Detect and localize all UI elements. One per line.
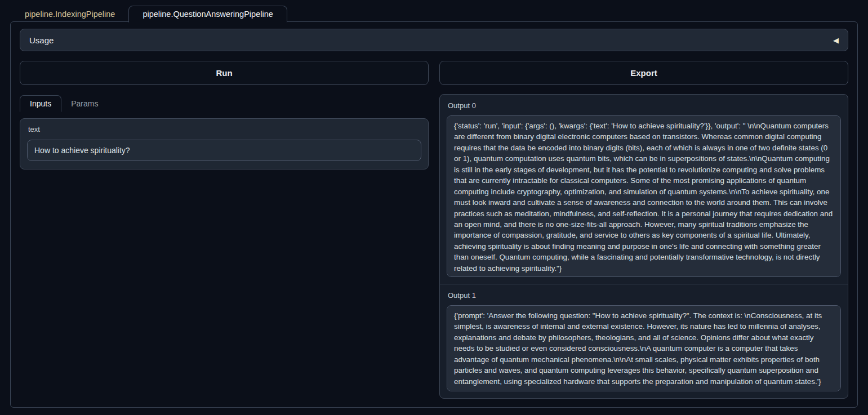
pipeline-tab-bar: pipeline.IndexingPipeline pipeline.Quest… [0, 5, 868, 22]
accordion-collapse-arrow-icon[interactable]: ◀ [833, 37, 839, 44]
output-0-textbox[interactable]: {'status': 'run', 'input': {'args': (), … [447, 115, 841, 277]
text-field-label: text [27, 125, 421, 133]
right-column: Export Output 0 {'status': 'run', 'input… [439, 61, 848, 399]
inputs-tab-panel: text [20, 111, 429, 169]
output-1-textbox[interactable]: {'prompt': 'Answer the following questio… [447, 305, 841, 391]
tab-params[interactable]: Params [61, 96, 108, 111]
output-0-block: Output 0 {'status': 'run', 'input': {'ar… [440, 95, 848, 284]
outputs-form: Output 0 {'status': 'run', 'input': {'ar… [439, 94, 848, 399]
tab-inputs[interactable]: Inputs [20, 95, 61, 112]
pipeline-tab-panel: Usage ◀ Run Inputs Params text Export [10, 21, 858, 408]
output-1-block: Output 1 {'prompt': 'Answer the followin… [440, 284, 848, 398]
output-0-label: Output 0 [447, 101, 841, 110]
export-button[interactable]: Export [439, 61, 848, 85]
usage-accordion-label: Usage [29, 35, 54, 45]
left-column: Run Inputs Params text [20, 61, 429, 169]
content-columns: Run Inputs Params text Export Output 0 {… [20, 61, 848, 399]
run-button[interactable]: Run [20, 61, 429, 85]
io-tab-bar: Inputs Params [20, 94, 429, 111]
usage-accordion-header[interactable]: Usage ◀ [20, 29, 848, 51]
tab-indexing-pipeline[interactable]: pipeline.IndexingPipeline [11, 6, 128, 22]
tab-question-answering-pipeline[interactable]: pipeline.QuestionAnsweringPipeline [128, 6, 287, 23]
text-input[interactable] [27, 140, 421, 161]
output-1-label: Output 1 [447, 291, 841, 300]
text-field-group: text [20, 118, 429, 169]
